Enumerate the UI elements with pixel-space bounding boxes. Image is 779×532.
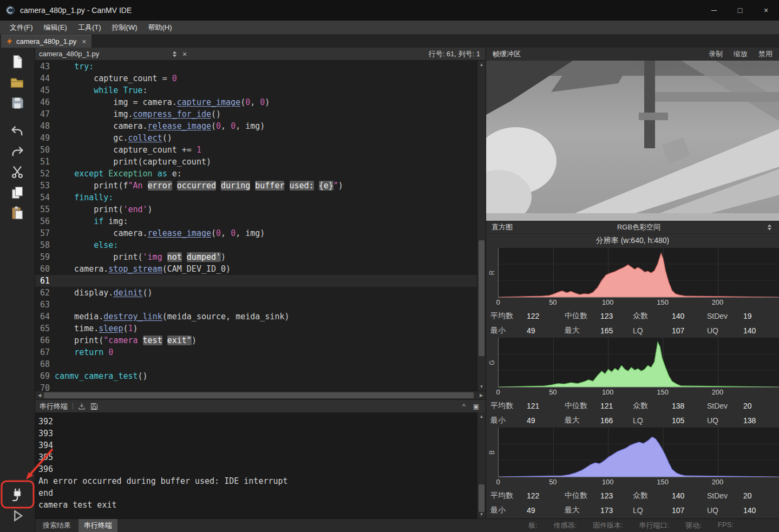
stat-label: 众数 — [633, 401, 672, 411]
code-line[interactable]: 64 media.destroy_link(meida_source, meid… — [35, 311, 486, 323]
code-line[interactable]: 56 if img: — [35, 215, 486, 227]
scroll-left-icon[interactable]: ◀ — [35, 393, 44, 398]
code-line[interactable]: 70 — [35, 382, 486, 391]
code-line[interactable]: 53 print(f"An error occurred during buff… — [35, 180, 486, 192]
code-editor[interactable]: 43 try:44 capture_count = 045 while True… — [35, 61, 486, 391]
scrollbar-thumb[interactable] — [479, 240, 485, 356]
colorspace-select[interactable]: RGB色彩空间 — [513, 222, 765, 232]
maximize-button[interactable]: □ — [727, 0, 753, 21]
menu-item[interactable]: 编辑(E) — [38, 21, 73, 34]
code-line[interactable]: 51 print(capture_count) — [35, 156, 486, 168]
code-line[interactable]: 67 return 0 — [35, 346, 486, 358]
open-file-selector[interactable]: camera_480p_1.py — [35, 50, 169, 58]
open-folder-icon[interactable] — [5, 73, 30, 92]
scroll-up-icon[interactable]: ▲ — [477, 412, 486, 421]
terminal-vscroll[interactable]: ▲ ▼ — [477, 412, 486, 518]
new-file-icon[interactable] — [5, 52, 30, 71]
code-line[interactable]: 46 img = camera.capture_image(0, 0) — [35, 96, 486, 108]
close-button[interactable]: × — [753, 0, 779, 21]
file-selector-arrows-icon[interactable] — [169, 50, 179, 58]
code-line[interactable]: 61 — [35, 275, 486, 287]
bottom-tab[interactable]: 搜索结果 — [37, 519, 76, 532]
line-number: 69 — [35, 370, 55, 382]
code-line[interactable]: 54 finally: — [35, 192, 486, 203]
export-log-icon[interactable] — [78, 403, 86, 410]
code-line[interactable]: 45 while True: — [35, 84, 486, 96]
code-line[interactable]: 59 print('img not dumped') — [35, 251, 486, 263]
stat-label: LQ — [633, 416, 672, 425]
code-text: capture_count = 0 — [55, 73, 486, 84]
scroll-right-icon[interactable]: ▶ — [477, 393, 486, 398]
code-text: print(capture_count) — [55, 156, 486, 168]
tick-label: 0 — [496, 298, 500, 306]
code-line[interactable]: 60 camera.stop_stream(CAM_DEV_ID_0) — [35, 263, 486, 275]
code-text: try: — [55, 61, 486, 73]
code-line[interactable]: 65 time.sleep(1) — [35, 323, 486, 334]
canmv-file-icon — [6, 38, 13, 45]
scrollbar-thumb[interactable] — [479, 484, 485, 512]
code-text: capture_count += 1 — [55, 144, 486, 156]
stat-value: 49 — [527, 506, 565, 515]
code-line[interactable]: 52 except Exception as e: — [35, 168, 486, 180]
close-file-icon[interactable]: × — [179, 50, 190, 58]
expand-panel-icon[interactable]: ▣ — [473, 403, 479, 410]
copy-icon[interactable] — [5, 183, 30, 202]
stat-value: 122 — [527, 312, 565, 320]
redo-icon[interactable] — [5, 142, 30, 161]
menu-item[interactable]: 工具(T) — [73, 21, 107, 34]
paste-icon[interactable] — [5, 203, 30, 223]
save-file-icon[interactable] — [5, 93, 30, 113]
code-line[interactable]: 63 — [35, 299, 486, 311]
code-line[interactable]: 66 print("camera test exit") — [35, 334, 486, 346]
code-text: media.destroy_link(meida_source, meida_s… — [55, 311, 486, 323]
code-line[interactable]: 57 camera.release_image(0, 0, img) — [35, 227, 486, 239]
code-line[interactable]: 69canmv_camera_test() — [35, 370, 486, 382]
code-line[interactable]: 50 capture_count += 1 — [35, 144, 486, 156]
minimize-button[interactable]: ─ — [701, 0, 727, 21]
scrollbar-thumb[interactable] — [44, 392, 474, 398]
save-log-icon[interactable] — [90, 403, 98, 410]
terminal-line: 395 — [35, 451, 486, 463]
collapse-panel-icon[interactable]: ^ — [462, 403, 466, 410]
framebuffer-button[interactable]: 禁用 — [758, 49, 773, 59]
code-line[interactable]: 62 display.deinit() — [35, 287, 486, 299]
bottom-tab[interactable]: 串行终端 — [78, 519, 117, 532]
framebuffer-button[interactable]: 录制 — [709, 49, 723, 59]
cut-icon[interactable] — [5, 162, 30, 182]
editor-vscroll[interactable]: ▲ ▼ — [477, 61, 486, 391]
code-line[interactable]: 43 try: — [35, 61, 486, 73]
stats-row: 平均数121中位数121众数138StDev20 — [486, 398, 779, 413]
code-text — [55, 275, 486, 287]
editor-hscroll[interactable]: ◀ ▶ — [35, 391, 486, 399]
terminal-output[interactable]: 392393394395396An error occurred during … — [35, 412, 486, 511]
menu-item[interactable]: 帮助(H) — [143, 21, 178, 34]
status-labels: 板:传感器:固件版本:串行端口:驱动:FPS: — [528, 521, 779, 530]
colorspace-arrows-icon[interactable] — [765, 224, 774, 231]
code-line[interactable]: 58 else: — [35, 239, 486, 251]
scroll-up-icon[interactable]: ▲ — [477, 61, 486, 69]
stat-value: 165 — [600, 326, 633, 335]
code-line[interactable]: 44 capture_count = 0 — [35, 73, 486, 84]
scroll-down-icon[interactable]: ▼ — [477, 510, 486, 518]
canmv-ide-window: camera_480p_1.py - CanMV IDE ─ □ × 文件(F)… — [0, 0, 779, 532]
stats-row: 最小49最大173LQ107UQ140 — [486, 503, 779, 517]
code-line[interactable]: 48 camera.release_image(0, 0, img) — [35, 120, 486, 132]
line-number: 52 — [35, 168, 55, 180]
line-number: 47 — [35, 108, 55, 120]
undo-icon[interactable] — [5, 121, 30, 141]
menu-bar: 文件(F)编辑(E)工具(T)控制(W)帮助(H) — [0, 21, 779, 35]
tab-close-icon[interactable]: × — [82, 38, 86, 45]
scroll-down-icon[interactable]: ▼ — [477, 383, 486, 391]
file-tab[interactable]: camera_480p_1.py × — [1, 35, 91, 48]
run-icon[interactable] — [5, 506, 30, 526]
terminal-header: 串行终端 ^ ▣ — [35, 399, 486, 412]
code-line[interactable]: 55 print('end') — [35, 203, 486, 215]
menu-item[interactable]: 文件(F) — [4, 21, 38, 34]
divider — [73, 403, 73, 410]
framebuffer-button[interactable]: 缩放 — [734, 49, 748, 59]
code-line[interactable]: 68 — [35, 358, 486, 370]
menu-item[interactable]: 控制(W) — [107, 21, 143, 34]
code-line[interactable]: 47 img.compress_for_ide() — [35, 108, 486, 120]
connect-icon[interactable] — [5, 485, 30, 505]
code-line[interactable]: 49 gc.collect() — [35, 132, 486, 144]
